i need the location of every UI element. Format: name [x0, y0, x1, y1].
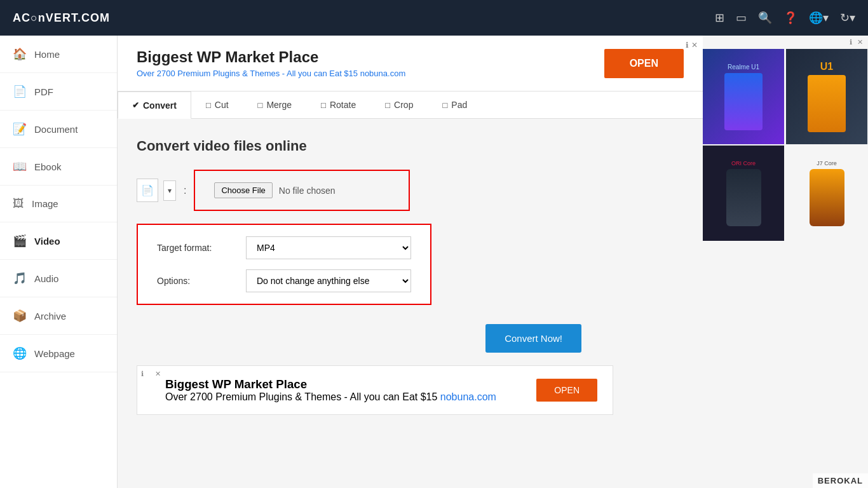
main-layout: 🏠 Home 📄 PDF 📝 Document 📖 Ebook 🖼 Image …: [0, 36, 868, 488]
tab-check-crop: □: [385, 100, 390, 110]
options-select[interactable]: Do not change anything else Custom setti…: [246, 269, 411, 292]
right-ad-img-2: U1: [786, 49, 867, 144]
tab-check-cut: □: [206, 100, 211, 110]
video-icon: 🎬: [13, 234, 27, 248]
tab-check-convert: ✔: [132, 100, 139, 110]
document-icon: 📝: [13, 122, 27, 136]
sidebar-item-video[interactable]: 🎬 Video: [0, 222, 117, 260]
pdf-icon: 📄: [13, 85, 27, 98]
ad-title: Biggest WP Market Place: [137, 48, 405, 66]
main-section: Convert video files online 📄 ▾ : Choose …: [118, 119, 703, 440]
tab-label-crop: Crop: [394, 100, 413, 110]
sidebar-item-home[interactable]: 🏠 Home: [0, 36, 117, 73]
sidebar-label-audio: Audio: [34, 273, 58, 284]
section-title: Convert video files online: [137, 138, 684, 154]
format-options-box: Target format: MP4 AVI MKV MOV WMV FLV W…: [137, 224, 431, 305]
bottom-ad-open-button[interactable]: OPEN: [536, 379, 597, 402]
tab-pad[interactable]: □ Pad: [428, 92, 482, 118]
sidebar-label-document: Document: [34, 124, 78, 135]
right-ad-grid: Realme U1 U1 ORI Core J7 Core: [703, 49, 868, 241]
bottom-ad-subtitle: Over 2700 Premium Plugins & Themes - All…: [165, 391, 496, 403]
right-ad-img-3: ORI Core: [703, 146, 784, 241]
sidebar-label-image: Image: [32, 198, 58, 209]
sidebar-item-image[interactable]: 🖼 Image: [0, 186, 117, 222]
top-ad-banner: Biggest WP Market Place Over 2700 Premiu…: [118, 36, 703, 92]
help-icon[interactable]: ❓: [783, 11, 797, 25]
tab-check-rotate: □: [321, 100, 326, 110]
archive-icon: 📦: [13, 309, 27, 323]
tab-merge[interactable]: □ Merge: [243, 92, 307, 118]
bottom-ad-banner: ℹ ✕ Biggest WP Market Place Over 2700 Pr…: [137, 365, 613, 415]
watermark: BEROKAL: [813, 473, 868, 488]
file-dropdown-button[interactable]: ▾: [163, 180, 176, 201]
bottom-ad-title: Biggest WP Market Place: [165, 377, 496, 391]
webpage-icon: 🌐: [13, 346, 27, 360]
tabs-bar: ✔ Convert □ Cut □ Merge □ Rotate □ Cro: [118, 92, 703, 119]
file-choose-area: Choose File No file chosen: [194, 170, 410, 211]
tab-label-merge: Merge: [266, 100, 292, 110]
right-ad-close-icon[interactable]: ✕: [857, 38, 863, 46]
translate-icon[interactable]: 🌐▾: [809, 11, 829, 25]
target-format-row: Target format: MP4 AVI MKV MOV WMV FLV W…: [157, 236, 411, 259]
refresh-icon[interactable]: ↻▾: [840, 11, 855, 25]
tablet-icon[interactable]: ▭: [736, 11, 747, 25]
tab-convert[interactable]: ✔ Convert: [118, 92, 191, 119]
options-label: Options:: [157, 276, 233, 286]
tab-label-rotate: Rotate: [330, 100, 356, 110]
sidebar-item-webpage[interactable]: 🌐 Webpage: [0, 335, 117, 372]
sidebar-label-pdf: PDF: [34, 86, 53, 97]
navbar-icons: ⊞ ▭ 🔍 ❓ 🌐▾ ↻▾: [715, 11, 855, 25]
right-ad-img-4: J7 Core: [786, 146, 867, 241]
sidebar-item-document[interactable]: 📝 Document: [0, 111, 117, 148]
logo: AC○nVERT.COM: [13, 11, 110, 25]
sidebar-item-archive[interactable]: 📦 Archive: [0, 297, 117, 335]
navbar: AC○nVERT.COM ⊞ ▭ 🔍 ❓ 🌐▾ ↻▾: [0, 0, 868, 36]
convert-now-button[interactable]: Convert Now!: [485, 324, 581, 353]
sidebar-label-home: Home: [34, 49, 60, 60]
file-colon: :: [184, 185, 186, 196]
audio-icon: 🎵: [13, 271, 27, 285]
right-ads: ℹ ✕ Realme U1 U1 ORI Core J7 Core: [703, 36, 868, 488]
tab-crop[interactable]: □ Crop: [370, 92, 428, 118]
image-icon: 🖼: [13, 197, 24, 210]
ad-close-icon[interactable]: ✕: [691, 41, 698, 50]
sidebar-item-pdf[interactable]: 📄 PDF: [0, 73, 117, 111]
grid-icon[interactable]: ⊞: [715, 11, 724, 25]
tab-cut[interactable]: □ Cut: [191, 92, 243, 118]
target-format-label: Target format:: [157, 243, 233, 253]
sidebar-label-webpage: Webpage: [34, 348, 75, 359]
main-content: Biggest WP Market Place Over 2700 Premiu…: [118, 36, 703, 488]
tab-label-pad: Pad: [451, 100, 467, 110]
file-input-row: 📄 ▾ : Choose File No file chosen: [137, 170, 684, 211]
options-row: Options: Do not change anything else Cus…: [157, 269, 411, 292]
ad-subtitle: Over 2700 Premium Plugins & Themes - All…: [137, 69, 405, 78]
tab-check-pad: □: [442, 100, 447, 110]
sidebar-item-audio[interactable]: 🎵 Audio: [0, 260, 117, 297]
ad-text: Biggest WP Market Place Over 2700 Premiu…: [137, 48, 405, 78]
sidebar: 🏠 Home 📄 PDF 📝 Document 📖 Ebook 🖼 Image …: [0, 36, 118, 488]
no-file-text: No file chosen: [279, 186, 336, 196]
bottom-ad-info-icon[interactable]: ℹ: [141, 370, 144, 378]
ad-info-icon[interactable]: ℹ: [686, 41, 689, 50]
sidebar-label-video: Video: [34, 236, 60, 247]
home-icon: 🏠: [13, 47, 27, 61]
search-icon[interactable]: 🔍: [758, 11, 772, 25]
right-ad-img-1: Realme U1: [703, 49, 784, 144]
sidebar-label-ebook: Ebook: [34, 161, 62, 172]
tab-label-convert: Convert: [143, 100, 177, 111]
sidebar-label-archive: Archive: [34, 311, 66, 322]
file-icon-button[interactable]: 📄: [137, 179, 158, 202]
target-format-select[interactable]: MP4 AVI MKV MOV WMV FLV WebM: [246, 236, 411, 259]
tab-rotate[interactable]: □ Rotate: [306, 92, 370, 118]
tab-label-cut: Cut: [215, 100, 229, 110]
content-with-ads: Biggest WP Market Place Over 2700 Premiu…: [118, 36, 868, 488]
right-ad-header: ℹ ✕: [703, 36, 868, 49]
sidebar-item-ebook[interactable]: 📖 Ebook: [0, 148, 117, 186]
bottom-ad-close-icon[interactable]: ✕: [155, 370, 161, 378]
choose-file-button[interactable]: Choose File: [214, 182, 272, 198]
tab-check-merge: □: [258, 100, 263, 110]
ad-open-button[interactable]: OPEN: [604, 49, 684, 78]
right-ad-info-icon[interactable]: ℹ: [850, 38, 852, 46]
convert-btn-row: Convert Now!: [137, 324, 581, 353]
bottom-ad-text: Biggest WP Market Place Over 2700 Premiu…: [165, 377, 496, 403]
